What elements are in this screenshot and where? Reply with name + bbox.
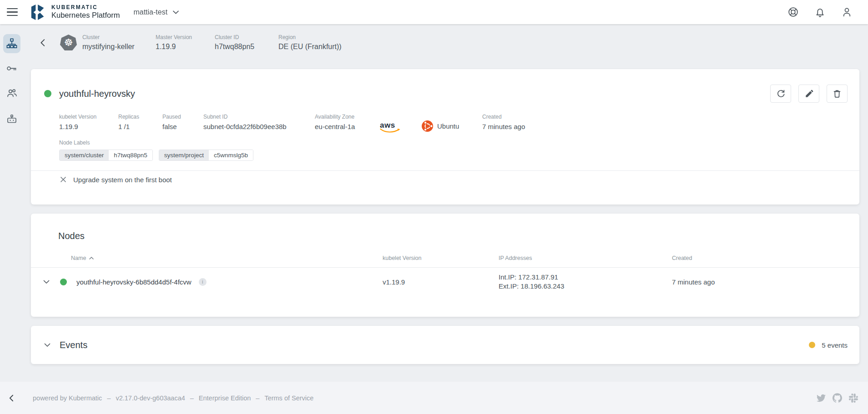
slack-icon[interactable] bbox=[849, 394, 858, 403]
chip-value: c5wnmslg5b bbox=[209, 150, 253, 160]
os-ubuntu: Ubuntu bbox=[422, 120, 482, 132]
kubernetes-wheel-glyph: ☸ bbox=[64, 38, 73, 48]
nodes-table-header: Name kubelet Version IP Addresses Create… bbox=[31, 255, 859, 268]
events-expander[interactable]: Events bbox=[44, 340, 809, 350]
prop-value: subnet-0cfda22f6b09ee38b bbox=[203, 123, 315, 130]
restart-button[interactable] bbox=[770, 85, 791, 103]
bell-icon bbox=[814, 6, 826, 18]
prop-value: false bbox=[162, 123, 203, 130]
sidebar-item-ssh-keys[interactable] bbox=[3, 60, 20, 76]
edit-button[interactable] bbox=[798, 85, 819, 103]
column-header-name[interactable]: Name bbox=[31, 255, 383, 261]
delete-button[interactable] bbox=[827, 85, 848, 103]
node-table-row[interactable]: youthful-heyrovsky-6b85dd4d5f-4fcvw i v1… bbox=[31, 268, 859, 296]
chip-value: h7twq88pn5 bbox=[109, 150, 152, 160]
terms-of-service-link[interactable]: Terms of Service bbox=[264, 394, 313, 402]
sidebar-item-service-accounts[interactable] bbox=[3, 111, 20, 127]
column-label: Name bbox=[71, 255, 86, 261]
prop-label: kubelet Version bbox=[59, 114, 118, 120]
field-value: mystifying-keller bbox=[82, 43, 156, 51]
close-icon bbox=[59, 175, 67, 184]
refresh-icon bbox=[776, 89, 786, 99]
back-button[interactable] bbox=[36, 36, 50, 50]
node-kubelet-cell: v1.19.9 bbox=[383, 278, 499, 286]
edition-label: Enterprise Edition bbox=[199, 394, 251, 402]
aws-smile-icon bbox=[380, 128, 401, 134]
footer-text: powered by Kubermatic – v2.17.0-dev-g603… bbox=[33, 394, 313, 402]
kubermatic-logo[interactable]: KUBERMATIC Kubernetes Platform bbox=[30, 4, 120, 21]
footer-social-icons bbox=[817, 393, 868, 403]
footer: powered by Kubermatic – v2.17.0-dev-g603… bbox=[0, 382, 868, 414]
node-name: youthful-heyrovsky-6b85dd4d5f-4fcvw bbox=[76, 278, 192, 286]
prop-label: Replicas bbox=[118, 114, 162, 120]
machine-deployment-header: youthful-heyrovsky bbox=[44, 84, 848, 104]
prop-label: Created bbox=[482, 114, 525, 120]
node-status-dot bbox=[60, 279, 67, 285]
events-count: 5 events bbox=[822, 341, 848, 349]
field-value: 1.19.9 bbox=[156, 43, 215, 51]
column-header-created: Created bbox=[672, 255, 859, 261]
prop-label: Paused bbox=[162, 114, 203, 120]
machine-deployment-properties: kubelet Version 1.19.9 Replicas 1 /1 Pau… bbox=[59, 114, 859, 130]
column-label: Created bbox=[672, 255, 692, 261]
chip-key: system/project bbox=[159, 150, 209, 160]
logo-subtitle: Kubernetes Platform bbox=[51, 11, 120, 20]
header-actions bbox=[787, 5, 868, 19]
separator: – bbox=[256, 394, 259, 402]
prop-paused: Paused false bbox=[162, 114, 203, 130]
machine-deployment-name: youthful-heyrovsky bbox=[59, 89, 135, 99]
events-card: Events 5 events bbox=[31, 326, 859, 364]
node-label-chip: system/cluster h7twq88pn5 bbox=[59, 150, 153, 161]
node-label-chip: system/project c5wnmslg5b bbox=[159, 150, 253, 161]
status-dot-running bbox=[44, 90, 51, 97]
machine-deployment-actions bbox=[770, 85, 848, 103]
machine-deployment-card: youthful-heyrovsky bbox=[31, 69, 859, 205]
upgrade-flag-label: Upgrade system on the first boot bbox=[73, 176, 172, 184]
chip-key: system/cluster bbox=[60, 150, 109, 160]
github-icon[interactable] bbox=[833, 393, 842, 403]
kubermatic-logo-icon bbox=[30, 4, 47, 21]
menu-hamburger-icon[interactable] bbox=[6, 6, 19, 19]
project-name: mattia-test bbox=[133, 8, 167, 16]
prop-value: 1.19.9 bbox=[59, 123, 118, 130]
prop-subnet-id: Subnet ID subnet-0cfda22f6b09ee38b bbox=[203, 114, 315, 130]
sidebar-item-members[interactable] bbox=[3, 85, 20, 101]
prop-created: Created 7 minutes ago bbox=[482, 114, 525, 130]
help-button[interactable] bbox=[787, 5, 800, 19]
trash-icon bbox=[832, 89, 842, 99]
column-header-kubelet-version: kubelet Version bbox=[383, 255, 499, 261]
upgrade-flag-row: Upgrade system on the first boot bbox=[59, 175, 172, 184]
node-labels-chips: system/cluster h7twq88pn5 system/project… bbox=[59, 150, 859, 161]
separator: – bbox=[190, 394, 194, 402]
node-ip-cell: Int.IP: 172.31.87.91 Ext.IP: 18.196.63.2… bbox=[499, 273, 672, 291]
sidebar-collapse-button[interactable] bbox=[5, 392, 18, 404]
prop-label: Availability Zone bbox=[315, 114, 380, 120]
chevron-down-icon bbox=[173, 10, 179, 14]
prop-value: 1 /1 bbox=[118, 123, 162, 130]
prop-replicas: Replicas 1 /1 bbox=[118, 114, 162, 130]
prop-value: eu-central-1a bbox=[315, 123, 380, 130]
members-icon bbox=[6, 87, 18, 99]
chevron-left-icon bbox=[38, 38, 48, 48]
field-label: Cluster ID bbox=[215, 34, 278, 40]
twitter-icon[interactable] bbox=[817, 394, 826, 403]
user-menu-button[interactable] bbox=[840, 5, 853, 19]
expand-row-button[interactable] bbox=[42, 279, 50, 285]
cluster-field-master-version: Master Version 1.19.9 bbox=[156, 34, 215, 51]
external-ip: Ext.IP: 18.196.63.243 bbox=[499, 282, 672, 291]
field-label: Region bbox=[278, 34, 342, 40]
project-selector[interactable]: mattia-test bbox=[130, 5, 182, 19]
info-icon[interactable]: i bbox=[199, 278, 207, 286]
column-label: IP Addresses bbox=[499, 255, 532, 261]
node-labels-section: Node Labels system/cluster h7twq88pn5 sy… bbox=[59, 138, 859, 161]
sidebar bbox=[0, 24, 23, 382]
cluster-info-bar: ☸ Cluster mystifying-keller Master Versi… bbox=[0, 24, 868, 61]
nodes-card: Nodes Name kubelet Version IP Addresses … bbox=[31, 214, 859, 317]
node-created-cell: 7 minutes ago bbox=[672, 278, 859, 286]
events-summary: 5 events bbox=[809, 341, 859, 349]
node-name-cell: youthful-heyrovsky-6b85dd4d5f-4fcvw i bbox=[31, 278, 383, 286]
powered-by-label: powered by Kubermatic bbox=[33, 394, 102, 402]
notifications-button[interactable] bbox=[813, 5, 827, 19]
sort-asc-icon bbox=[89, 257, 94, 259]
kubernetes-icon: ☸ bbox=[60, 35, 77, 50]
